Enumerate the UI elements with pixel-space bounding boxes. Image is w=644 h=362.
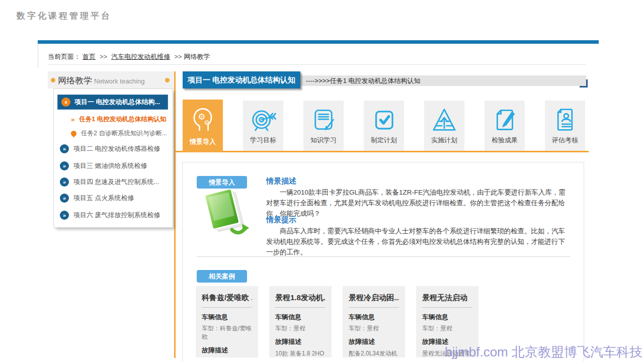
sidebar-item-label: 项目五 点火系统检修	[73, 194, 134, 203]
fault-desc-text: 10款 装备1.8 2HO发动机的景程发动机故障灯	[275, 349, 326, 357]
vehicle-model: 车型：景程	[275, 324, 326, 333]
double-arrow-icon: »	[60, 211, 69, 220]
double-arrow-icon: »	[71, 116, 74, 123]
sidebar-item-label: 项目六 废气排放控制系统检修	[73, 211, 160, 220]
section-divider	[197, 256, 570, 257]
sidebar-item-label: 任务1 电控发动机总体结构认知	[79, 115, 166, 124]
sidebar-item-project5[interactable]: » 项目五 点火系统检修	[60, 194, 134, 203]
sidebar-title-en: Network teaching	[94, 77, 144, 85]
breadcrumb-separator: >>	[100, 53, 107, 60]
sidebar-nav-panel: » 项目一 电控发动机总体结构... » 任务1 电控发动机总体结构认知 任务2…	[53, 88, 173, 228]
breadcrumb-separator: >>	[174, 53, 182, 60]
tab-label: 制定计划	[364, 136, 404, 145]
breadcrumb-link-home[interactable]: 首页	[83, 53, 96, 60]
sidebar-item-project3[interactable]: » 项目三 燃油供给系统检修	[60, 161, 147, 170]
case-title: 景程无法启动	[422, 293, 472, 308]
sidebar-title: 网络教学Network teaching	[58, 75, 144, 86]
sidebar-item-task1[interactable]: » 任务1 电控发动机总体结构认知	[71, 115, 166, 124]
breadcrumb-current: 网络教学	[184, 53, 210, 60]
orange-underline	[176, 151, 589, 152]
sidebar-item-label: 项目三 燃油供给系统检修	[73, 161, 147, 170]
double-arrow-icon: »	[60, 161, 69, 170]
sidebar-header: 网络教学Network teaching	[48, 71, 174, 88]
chevron-down-icon: »	[61, 98, 70, 107]
tab-knowledge-learning[interactable]: 知识学习	[303, 101, 344, 151]
task-path-bar: ---->>>>任务1 电控发动机总体结构认知	[300, 75, 586, 86]
breadcrumb-prefix: 当前页面：	[48, 53, 80, 60]
project-title-banner: 项目一 电控发动机总体结构认知	[183, 71, 300, 88]
case-title: 景程冷启动困...	[349, 293, 399, 308]
fault-desc-label: 故障描述	[349, 337, 399, 346]
vehicle-info-label: 车辆信息	[422, 313, 472, 322]
sidebar-title-zh: 网络教学	[58, 76, 92, 85]
sidebar-item-label: 项目四 怠速及进气控制系统...	[73, 177, 159, 187]
breadcrumb: 当前页面：首页>>汽车电控发动机维修>>网络教学	[48, 52, 210, 61]
watermark: bjjmbf.com 北京教盟博飞汽车科技	[445, 343, 642, 361]
paper-pencil-icon	[492, 106, 518, 134]
resume-icon	[552, 106, 578, 134]
sidebar-item-label: 项目二 电控发动机传感器检修	[73, 144, 160, 153]
orange-dot-icon	[51, 78, 55, 82]
tab-learning-goals[interactable]: 学习目标	[243, 101, 283, 151]
related-cases-list: 科鲁兹/爱唯欧 ... 车辆信息 车型：科鲁兹/爱唯欧 故障描述 10款CRUZ…	[196, 286, 478, 357]
case-card[interactable]: 科鲁兹/爱唯欧 ... 车辆信息 车型：科鲁兹/爱唯欧 故障描述 10款CRUZ…	[196, 286, 258, 357]
orange-dot-icon	[70, 130, 78, 138]
svg-text:⚙: ⚙	[204, 119, 209, 126]
vehicle-model: 车型：科鲁兹/爱唯欧	[202, 324, 252, 341]
vehicle-model: 车型：景程	[349, 324, 399, 333]
related-cases-button[interactable]: 相关案例	[197, 270, 247, 283]
notebook-pencil-icon	[310, 106, 337, 134]
content-panel: 情景导入 情景描述 一辆2010款丰田卡罗拉GL商品车，装备1ZR-FE汽油电控…	[182, 162, 584, 362]
checkbox-icon	[371, 106, 397, 134]
sidebar-item-project4[interactable]: » 项目四 怠速及进气控制系统...	[60, 177, 159, 187]
target-arrow-icon	[250, 106, 276, 134]
sidebar-item-label: 任务2 自诊断系统知识与诊断...	[81, 129, 167, 138]
tab-label: 学习目标	[243, 136, 283, 145]
tab-label: 实施计划	[424, 136, 464, 145]
top-accent-bar	[38, 40, 599, 44]
breadcrumb-link-course[interactable]: 汽车电控发动机维修	[111, 53, 170, 60]
fault-desc-label: 故障描述	[275, 337, 326, 346]
tab-label: 知识学习	[303, 136, 344, 145]
head-gears-icon: ⚙ ⚙	[190, 105, 216, 133]
sidebar-item-project6[interactable]: » 项目六 废气排放控制系统检修	[60, 211, 160, 220]
scenario-tip-text: 商品车入库时，需要汽车经销商中专业人士对整车的各个系统进行详细繁琐的检查。比如，…	[266, 226, 569, 257]
sidebar-item-label: 项目一 电控发动机总体结构...	[74, 98, 160, 107]
tab-check-results[interactable]: 检验成果	[485, 101, 525, 151]
scenario-desc-title: 情景描述	[266, 176, 296, 186]
page-title: 数字化课程管理平台	[17, 10, 112, 22]
tab-make-plan[interactable]: 制定计划	[364, 101, 404, 151]
case-title: 科鲁兹/爱唯欧 ...	[202, 293, 252, 308]
vehicle-info-label: 车辆信息	[275, 313, 326, 322]
pyramid-arrow-icon	[431, 106, 457, 134]
fault-desc-label: 故障描述	[202, 346, 252, 355]
tab-label: 评估考核	[545, 136, 585, 145]
orange-vertical-divider	[174, 71, 176, 358]
scenario-intro-button[interactable]: 情景导入	[197, 176, 247, 189]
double-arrow-icon: »	[60, 177, 69, 187]
tab-label: 情景导入	[183, 137, 223, 146]
vehicle-info-label: 车辆信息	[349, 313, 399, 322]
double-arrow-icon: »	[60, 144, 69, 153]
scenario-tip-title: 情景提示	[266, 215, 296, 225]
tab-implement-plan[interactable]: 实施计划	[424, 101, 464, 151]
case-card[interactable]: 景程1.8发动机... 车辆信息 车型：景程 故障描述 10款 装备1.8 2H…	[269, 286, 332, 357]
tab-evaluate-assess[interactable]: 评估考核	[545, 101, 585, 151]
breadcrumb-divider	[48, 64, 586, 65]
sidebar-item-task2[interactable]: 任务2 自诊断系统知识与诊断...	[71, 129, 167, 138]
orange-dot-icon	[165, 78, 170, 82]
vehicle-model: 车型：景程	[422, 324, 472, 333]
sidebar-item-project2[interactable]: » 项目二 电控发动机传感器检修	[60, 144, 160, 153]
sidebar-item-project1[interactable]: » 项目一 电控发动机总体结构...	[57, 95, 168, 110]
case-title: 景程1.8发动机...	[275, 293, 326, 308]
double-arrow-icon: »	[60, 194, 69, 203]
vehicle-info-label: 车辆信息	[202, 313, 252, 322]
fault-desc-text: 配备2.0L34发动机的景程，在冬季寒冷状态	[349, 349, 399, 357]
left-edge-line	[38, 44, 38, 68]
tab-scenario-intro[interactable]: ⚙ ⚙ 情景导入	[183, 100, 223, 152]
corner-bracket-icon	[580, 79, 588, 87]
tab-label: 检验成果	[485, 136, 525, 145]
green-book-icon	[199, 189, 249, 237]
scenario-desc-text: 一辆2010款丰田卡罗拉GL商品车，装备1ZR-FE汽油电控发动机，由于此车要进…	[266, 187, 569, 219]
case-card[interactable]: 景程冷启动困... 车辆信息 车型：景程 故障描述 配备2.0L34发动机的景程…	[343, 286, 405, 357]
